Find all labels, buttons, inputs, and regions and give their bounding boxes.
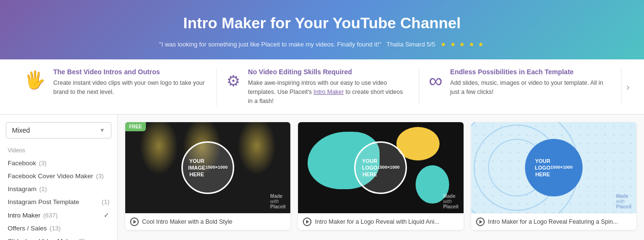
card-thumb-0: YOURIMAGEHERE1500×1000 FREE MadewithPlac… [125,122,290,213]
feature-title-2: Endless Possibilities in Each Template [450,68,611,76]
card-title-1: Intro Maker for a Logo Reveal with Liqui… [315,218,439,225]
watermark-2: MadewithPlaceit [616,194,632,209]
card-image-2: YOURLOGOHERE1500×1000 [471,122,636,213]
infinite-icon: ∞ [429,70,443,91]
play-icon-1 [303,217,311,226]
card-1[interactable]: YOURLOGOHERE1500×1000 MadewithPlaceit In… [298,122,463,230]
spotlight-3 [238,122,276,175]
hero-quote: "I was looking for something just like P… [10,41,634,48]
hero-title: Intro Maker for Your YouTube Channel [10,14,634,32]
watermark-0: MadewithPlaceit [270,194,286,209]
features-nav-next[interactable]: › [621,68,630,105]
feature-item-2: ∞ Endless Possibilities in Each Template… [419,68,622,105]
sidebar-item-instagram-post[interactable]: Instagram Post Template (1) [0,195,117,208]
quote-author: Thalia Simard 5/5 [386,41,435,48]
checkmark-icon: ✓ [104,211,109,219]
sidebar-item-offers[interactable]: Offers / Sales (13) [0,222,117,235]
feature-item-0: 🖐 The Best Video Intros and Outros Creat… [14,68,217,105]
sidebar-item-instagram[interactable]: Instagram (1) [0,183,117,195]
dropdown-label: Mixed [12,126,30,134]
logo-placeholder-2: YOURLOGOHERE1500×1000 [525,139,583,196]
main-layout: Mixed ▼ Videos Facebook (3) Facebook Cov… [0,114,644,240]
logo-placeholder-0: YOURIMAGEHERE1500×1000 [181,141,234,194]
feature-text-1: No Video Editing Skills Required Make aw… [248,68,409,105]
sidebar-item-intro-maker[interactable]: Intro Maker (637) ✓ [0,208,117,222]
card-footer-0: Cool Intro Maker with a Bold Style [125,213,290,230]
play-icon-0 [130,217,139,226]
sidebar-item-facebook[interactable]: Facebook (3) [0,157,117,170]
feature-title-1: No Video Editing Skills Required [248,68,409,76]
card-thumb-2: YOURLOGOHERE1500×1000 MadewithPlaceit [471,122,636,213]
card-0[interactable]: YOURIMAGEHERE1500×1000 FREE MadewithPlac… [125,122,290,230]
mixed-dropdown[interactable]: Mixed ▼ [6,122,111,138]
sidebar-item-label: Instagram Post Template [8,198,79,206]
logo-placeholder-1: YOURLOGOHERE1500×1000 [354,141,407,194]
card-image-0: YOURIMAGEHERE1500×1000 [125,122,290,213]
watermark-1: MadewithPlaceit [443,194,458,209]
card-image-1: YOURLOGOHERE1500×1000 [298,122,463,213]
hero-section: Intro Maker for Your YouTube Channel "I … [0,0,644,59]
card-title-2: Intro Maker for a Logo Reveal Featuring … [488,218,618,225]
card-2[interactable]: YOURLOGOHERE1500×1000 MadewithPlaceit In… [471,122,636,230]
feature-text-0: The Best Video Intros and Outros Create … [53,68,207,97]
sliders-icon: ⚙ [227,72,240,90]
feature-desc-2: Add slides, music, images or video to yo… [450,79,611,97]
card-thumb-1: YOURLOGOHERE1500×1000 MadewithPlaceit [298,122,463,213]
play-icon-2 [476,217,485,226]
feature-text-2: Endless Possibilities in Each Template A… [450,68,611,97]
sidebar-item-label: Offers / Sales (13) [8,225,60,232]
sidebar-item-label: Facebook Cover Video Maker (3) [8,172,104,180]
intro-maker-link[interactable]: Intro Maker [313,89,344,95]
sidebar-item-facebook-cover[interactable]: Facebook Cover Video Maker (3) [0,170,117,183]
hand-icon: 🖐 [24,70,46,90]
feature-item-1: ⚙ No Video Editing Skills Required Make … [217,68,419,105]
sidebar-item-count: (1) [102,198,109,206]
card-title-0: Cool Intro Maker with a Bold Style [142,218,232,225]
chevron-down-icon: ▼ [99,127,105,134]
card-footer-2: Intro Maker for a Logo Reveal Featuring … [471,213,636,230]
star-rating: ★ ★ ★ ★ ★ [441,41,485,48]
sidebar-item-label: Intro Maker (637) [8,212,58,219]
feature-desc-1: Make awe-inspiring intros with our easy … [248,79,409,105]
sidebar-item-label: Slideshow Video Maker (5) [8,238,85,240]
content-area: YOURIMAGEHERE1500×1000 FREE MadewithPlac… [118,114,644,240]
cards-grid: YOURIMAGEHERE1500×1000 FREE MadewithPlac… [125,122,636,230]
sidebar-section-title: Videos [0,145,117,157]
quote-text: "I was looking for something just like P… [159,41,382,48]
sidebar-item-label: Facebook (3) [8,160,47,167]
sidebar: Mixed ▼ Videos Facebook (3) Facebook Cov… [0,114,118,240]
sidebar-item-label: Instagram (1) [8,185,47,193]
card-footer-1: Intro Maker for a Logo Reveal with Liqui… [298,213,463,230]
features-bar: 🖐 The Best Video Intros and Outros Creat… [0,59,644,114]
feature-desc-0: Create instant video clips with your own… [53,79,207,97]
sidebar-item-slideshow[interactable]: Slideshow Video Maker (5) [0,235,117,240]
spotlight-1 [140,122,178,175]
free-badge: FREE [125,122,146,131]
feature-title-0: The Best Video Intros and Outros [53,68,207,76]
